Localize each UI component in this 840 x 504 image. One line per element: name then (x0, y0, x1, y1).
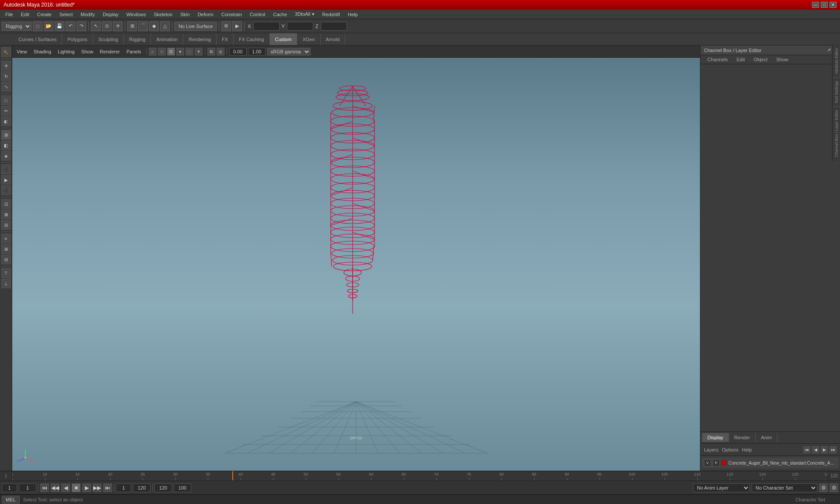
char-set-settings-button[interactable]: ⚙ (830, 483, 838, 492)
vp-menu-show[interactable]: Show (79, 48, 96, 55)
soft-select-button[interactable]: ◐ (1, 116, 11, 126)
tab-rigging[interactable]: Rigging (124, 33, 151, 45)
tab-polygons[interactable]: Polygons (62, 33, 93, 45)
range-start-field[interactable] (116, 483, 131, 492)
snap-all-button[interactable]: ◈ (1, 151, 11, 161)
select-mode-button[interactable]: ↖ (1, 47, 11, 57)
snap-surface-button[interactable]: △ (160, 21, 170, 31)
menu-select[interactable]: Select (56, 11, 77, 18)
vp-menu-panels[interactable]: Panels (124, 48, 144, 55)
snap-grid-button[interactable]: ⊞ (127, 21, 137, 31)
current-frame-field[interactable] (19, 483, 36, 492)
tab-rendering[interactable]: Rendering (183, 33, 217, 45)
wireframe-button[interactable]: ⊟ (167, 48, 175, 56)
tab-custom[interactable]: Custom (270, 33, 298, 45)
gamma-field[interactable] (248, 48, 266, 56)
no-live-surface-button[interactable]: No Live Surface (175, 22, 217, 31)
step-back-key-button[interactable]: ⏮ (40, 483, 49, 492)
left-tool10[interactable]: ⊞ (1, 244, 11, 254)
camera-home-button[interactable]: ⌂ (149, 48, 157, 56)
tab-animation[interactable]: Animation (151, 33, 183, 45)
menu-skeleton[interactable]: Skeleton (150, 11, 176, 18)
next-key-button[interactable]: ▶▶ (93, 483, 102, 492)
left-tool8[interactable]: ⊟ (1, 220, 11, 230)
tab-fx[interactable]: FX (217, 33, 234, 45)
save-scene-button[interactable]: 💾 (55, 21, 64, 31)
snap-curve-button[interactable]: ⌒ (138, 21, 148, 31)
left-tool9[interactable]: ≡ (1, 234, 11, 243)
layer-playback-button[interactable]: P (713, 459, 720, 466)
menu-cache[interactable]: Cache (270, 11, 290, 18)
menu-skin[interactable]: Skin (177, 11, 193, 18)
display-layer-button[interactable]: ◧ (1, 140, 11, 150)
y-field[interactable] (287, 22, 313, 31)
left-tool12[interactable]: ⊤ (1, 268, 11, 278)
menu-file[interactable]: File (2, 11, 17, 18)
menu-deform[interactable]: Deform (194, 11, 217, 18)
tool-settings-vtab[interactable]: Tool Settings (833, 78, 840, 106)
move-tool-left-button[interactable]: ✛ (1, 61, 11, 70)
attr-editor-vtab[interactable]: Attribute Editor (833, 46, 840, 77)
left-tool7[interactable]: ⊠ (1, 210, 11, 219)
render-view-button[interactable]: ⬛ (1, 164, 11, 174)
close-button[interactable]: ✕ (830, 2, 836, 8)
cb-tab-display[interactable]: Display (702, 433, 729, 442)
play-forward-button[interactable]: ▶ (82, 483, 91, 492)
channel-box-vtab[interactable]: Channel Box / Layer Editor (833, 107, 840, 160)
gamma-dropdown[interactable]: sRGB gamma (267, 48, 311, 56)
menu-windows[interactable]: Windows (123, 11, 150, 18)
scale-tool-button[interactable]: ⤡ (1, 82, 11, 91)
tab-fx-caching[interactable]: FX Caching (234, 33, 270, 45)
new-scene-button[interactable]: □ (33, 21, 42, 31)
smooth-shade-button[interactable]: ● (176, 48, 184, 56)
menu-constrain[interactable]: Constrain (218, 11, 245, 18)
max-frame-field[interactable] (174, 483, 191, 492)
play-back-button[interactable]: ◀ (61, 483, 70, 492)
tab-sculpting[interactable]: Sculpting (93, 33, 124, 45)
menu-control[interactable]: Control (246, 11, 269, 18)
rotate-tool-button[interactable]: ↻ (1, 71, 11, 81)
layers-options-button[interactable]: Options (722, 447, 738, 452)
mode-dropdown[interactable]: Rigging (2, 22, 32, 31)
texture-button[interactable]: ⬚ (186, 48, 193, 56)
tab-arnold[interactable]: Arnold (321, 33, 346, 45)
cb-tab-render[interactable]: Render (729, 433, 756, 442)
cb-tab-channels[interactable]: Channels (704, 56, 731, 63)
vp-menu-lighting[interactable]: Lighting (55, 48, 77, 55)
menu-edit[interactable]: Edit (18, 11, 33, 18)
timeline-ruler[interactable]: 5101520253035404550556065707580859095100… (12, 471, 828, 480)
select-tool-button[interactable]: ↖ (91, 21, 101, 31)
menu-help[interactable]: Help (344, 11, 361, 18)
end-frame-field[interactable] (133, 483, 150, 492)
cb-tab-object[interactable]: Object (750, 56, 771, 63)
char-set-dropdown[interactable]: No Character Set (752, 483, 817, 492)
paint-button[interactable]: ✏ (1, 106, 11, 116)
vp-menu-shading[interactable]: Shading (31, 48, 54, 55)
vp-menu-view[interactable]: View (14, 48, 30, 55)
poly-tool-button[interactable]: □ (1, 95, 11, 105)
left-tool11[interactable]: ⊟ (1, 255, 11, 264)
prev-key-button[interactable]: ◀◀ (51, 483, 60, 492)
camera-fit-button[interactable]: □ (158, 48, 166, 56)
viewport-canvas[interactable]: persp X Y Z (12, 58, 700, 471)
menu-3dtool[interactable]: 3DtoAll ▾ (291, 10, 318, 18)
x-field[interactable] (253, 22, 280, 31)
step-forward-key-button[interactable]: ⏭ (103, 483, 112, 492)
undo-button[interactable]: ↶ (66, 21, 75, 31)
vp-menu-renderer[interactable]: Renderer (97, 48, 122, 55)
anim-layer-dropdown[interactable]: No Anim Layer (693, 483, 750, 492)
start-frame-field[interactable] (2, 483, 17, 492)
light-button[interactable]: ☀ (195, 48, 203, 56)
xray-button[interactable]: ◎ (217, 48, 224, 56)
minimize-button[interactable]: — (812, 2, 819, 8)
maximize-button[interactable]: □ (821, 2, 828, 8)
lasso-select-button[interactable]: ⊙ (102, 21, 112, 31)
layer-nav-end-button[interactable]: ⏭ (830, 446, 836, 453)
tab-xgen[interactable]: XGen (297, 33, 320, 45)
ipr-button[interactable]: ▶ (1, 175, 11, 185)
menu-redshift[interactable]: Redshift (319, 11, 343, 18)
exposure-field[interactable] (229, 48, 247, 56)
layer-nav-forward-button[interactable]: ▶ (821, 446, 828, 453)
render-all-button[interactable]: ⬛ (1, 186, 11, 195)
tab-curves-surfaces[interactable]: Curves / Surfaces (13, 33, 62, 45)
